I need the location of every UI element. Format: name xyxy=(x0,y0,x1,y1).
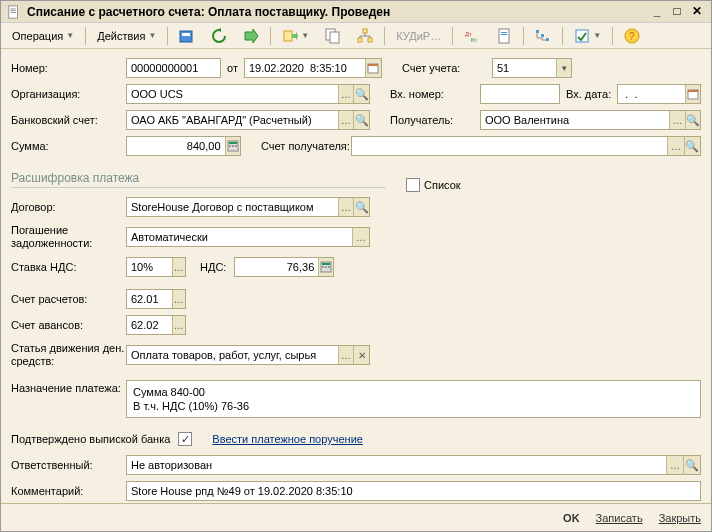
label-vat: НДС: xyxy=(200,261,226,273)
label-org: Организация: xyxy=(11,88,126,100)
magnifier-icon[interactable]: 🔍 xyxy=(353,198,369,216)
actions-menu[interactable]: Действия▼ xyxy=(90,26,163,46)
svg-rect-21 xyxy=(541,34,544,37)
operation-menu[interactable]: Операция▼ xyxy=(5,26,81,46)
field-acc-advance[interactable]: … xyxy=(126,315,186,335)
label-purpose: Назначение платежа: xyxy=(11,380,126,395)
svg-rect-20 xyxy=(536,30,539,33)
save-button[interactable]: Записать xyxy=(596,512,643,524)
ellipsis-icon[interactable]: … xyxy=(667,137,683,155)
field-cash-flow[interactable]: …✕ xyxy=(126,345,370,365)
ellipsis-icon[interactable]: … xyxy=(338,198,354,216)
tb-help-icon[interactable]: ? xyxy=(617,26,647,46)
label-acc-advance: Счет авансов: xyxy=(11,319,126,331)
window-title: Списание с расчетного счета: Оплата пост… xyxy=(27,5,390,19)
field-org[interactable]: …🔍 xyxy=(126,84,370,104)
ellipsis-icon[interactable]: … xyxy=(352,228,369,246)
tb-tree-icon[interactable] xyxy=(528,26,558,46)
calculator-icon[interactable] xyxy=(318,258,333,276)
link-payment-order[interactable]: Ввести платежное поручение xyxy=(212,433,363,445)
label-recipient: Получатель: xyxy=(390,114,480,126)
titlebar: Списание с расчетного счета: Оплата пост… xyxy=(1,1,711,23)
ellipsis-icon[interactable]: … xyxy=(172,316,185,334)
tb-save-icon[interactable] xyxy=(172,26,202,46)
svg-rect-32 xyxy=(229,145,231,147)
field-in-num[interactable] xyxy=(480,84,560,104)
magnifier-icon[interactable]: 🔍 xyxy=(353,85,369,103)
field-purpose[interactable]: Сумма 840-00 В т.ч. НДС (10%) 76-36 xyxy=(126,380,701,418)
minimize-button[interactable]: _ xyxy=(649,5,665,19)
tb-basis-icon[interactable]: ▼ xyxy=(275,26,316,46)
field-debt[interactable]: … xyxy=(126,227,370,247)
svg-rect-29 xyxy=(688,90,698,92)
svg-rect-39 xyxy=(328,266,330,268)
tb-settings-icon[interactable]: ▼ xyxy=(567,26,608,46)
field-bank-acc[interactable]: …🔍 xyxy=(126,110,370,130)
field-recipient-acc[interactable]: …🔍 xyxy=(351,136,701,156)
maximize-button[interactable]: □ xyxy=(669,5,685,19)
label-recipient-acc: Счет получателя: xyxy=(261,140,351,152)
field-contract[interactable]: …🔍 xyxy=(126,197,370,217)
field-comment[interactable] xyxy=(126,481,701,501)
list-checkbox[interactable] xyxy=(406,178,420,192)
ellipsis-icon[interactable]: … xyxy=(338,111,354,129)
label-bank-acc: Банковский счет: xyxy=(11,114,126,126)
close-document-button[interactable]: Закрыть xyxy=(659,512,701,524)
svg-rect-1 xyxy=(11,8,16,9)
svg-rect-13 xyxy=(358,38,362,42)
ellipsis-icon[interactable]: … xyxy=(338,346,354,364)
field-acc-settle[interactable]: … xyxy=(126,289,186,309)
tb-clone-icon[interactable] xyxy=(318,26,348,46)
label-cash-flow: Статья движения ден. средств: xyxy=(11,342,126,368)
label-comment: Комментарий: xyxy=(11,485,126,497)
svg-rect-5 xyxy=(182,33,190,36)
tb-go-icon[interactable] xyxy=(236,26,266,46)
confirmed-checkbox[interactable] xyxy=(178,432,192,446)
tb-refresh-icon[interactable] xyxy=(204,26,234,46)
ellipsis-icon[interactable]: … xyxy=(172,258,185,276)
tb-struct-icon[interactable] xyxy=(350,26,380,46)
toolbar: Операция▼ Действия▼ ▼ КУДиР… ДтКт ▼ ? xyxy=(1,23,711,49)
field-date[interactable] xyxy=(244,58,382,78)
svg-text:?: ? xyxy=(629,31,635,42)
field-uchet[interactable]: ▼ xyxy=(492,58,572,78)
field-responsible[interactable]: …🔍 xyxy=(126,455,701,475)
label-in-date: Вх. дата: xyxy=(566,88,611,100)
field-vat-rate[interactable]: … xyxy=(126,257,186,277)
magnifier-icon[interactable]: 🔍 xyxy=(353,111,369,129)
svg-rect-22 xyxy=(546,38,549,41)
tb-kudir[interactable]: КУДиР… xyxy=(389,26,448,46)
ok-button[interactable]: OK xyxy=(563,512,580,524)
field-number[interactable] xyxy=(126,58,221,78)
svg-rect-4 xyxy=(180,31,192,42)
label-acc-settle: Счет расчетов: xyxy=(11,293,126,305)
ellipsis-icon[interactable]: … xyxy=(172,290,185,308)
clear-icon[interactable]: ✕ xyxy=(353,346,369,364)
magnifier-icon[interactable]: 🔍 xyxy=(683,456,700,474)
svg-rect-12 xyxy=(363,29,367,33)
ellipsis-icon[interactable]: … xyxy=(338,85,354,103)
calendar-icon[interactable] xyxy=(365,59,381,77)
label-contract: Договор: xyxy=(11,201,126,213)
dropdown-icon[interactable]: ▼ xyxy=(556,59,570,77)
magnifier-icon[interactable]: 🔍 xyxy=(685,111,701,129)
field-sum[interactable] xyxy=(126,136,241,156)
document-icon xyxy=(7,5,21,19)
svg-rect-17 xyxy=(499,29,509,43)
calendar-icon[interactable] xyxy=(685,85,700,103)
magnifier-icon[interactable]: 🔍 xyxy=(684,137,700,155)
field-recipient[interactable]: …🔍 xyxy=(480,110,701,130)
tb-dtkt-icon[interactable]: ДтКт xyxy=(457,26,487,46)
label-list: Список xyxy=(424,179,461,191)
field-in-date[interactable] xyxy=(617,84,701,104)
label-in-num: Вх. номер: xyxy=(390,88,480,100)
calculator-icon[interactable] xyxy=(225,137,240,155)
ellipsis-icon[interactable]: … xyxy=(666,456,683,474)
tb-report-icon[interactable] xyxy=(489,26,519,46)
field-vat[interactable] xyxy=(234,257,334,277)
svg-text:Кт: Кт xyxy=(471,37,477,43)
label-debt: Погашение задолженности: xyxy=(11,224,126,250)
label-sum: Сумма: xyxy=(11,140,126,152)
ellipsis-icon[interactable]: … xyxy=(669,111,685,129)
close-button[interactable]: ✕ xyxy=(689,5,705,19)
